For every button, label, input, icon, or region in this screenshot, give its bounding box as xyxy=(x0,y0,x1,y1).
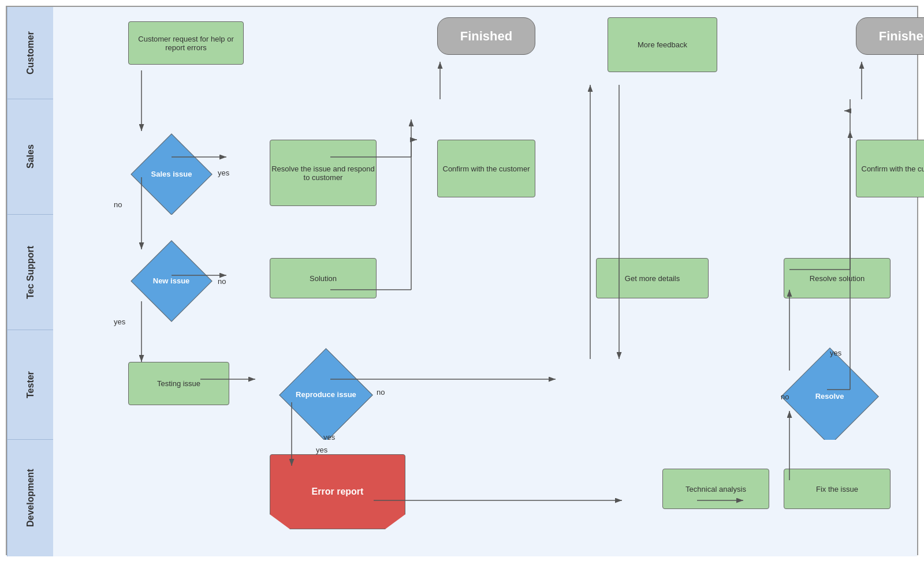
lane-label-sales: Sales xyxy=(7,99,53,214)
lane-sales: Sales Sales issue yes Resolve the issue … xyxy=(7,99,917,215)
lane-label-customer: Customer xyxy=(7,7,53,99)
no-label-resolve: no xyxy=(781,392,789,401)
lane-label-tester: Tester xyxy=(7,330,53,439)
resolve-solution-box: Resolve solution xyxy=(784,258,891,298)
customer-request-box: Customer request for help or report erro… xyxy=(128,21,244,65)
more-feedback-box: More feedback xyxy=(608,17,717,72)
finished2-box: Finished xyxy=(856,17,924,55)
technical-analysis-box: Technical analysis xyxy=(662,469,769,509)
finished1-box: Finished xyxy=(437,17,535,55)
solution-box: Solution xyxy=(270,258,377,298)
yes-label-dev: yes xyxy=(316,446,327,454)
error-report-box: Error report xyxy=(270,454,405,529)
no-label-reproduce: no xyxy=(377,388,385,397)
no-label-sales: no xyxy=(114,200,122,209)
yes-label-new-issue: yes xyxy=(114,317,125,326)
sales-issue-diamond: Sales issue xyxy=(131,133,212,215)
flowchart-diagram: Customer Customer request for help or re… xyxy=(6,6,918,555)
lane-customer: Customer Customer request for help or re… xyxy=(7,7,917,99)
get-more-details-box: Get more details xyxy=(596,258,709,298)
lane-tec-support: Tec Support New issue no Solution yes Ge… xyxy=(7,215,917,330)
confirm1-box: Confirm with the customer xyxy=(437,140,535,197)
lane-development: Development yes Error report Technical a… xyxy=(7,440,917,556)
confirm2-box: Confirm with the customer xyxy=(856,140,924,197)
resolve-issue-box: Resolve the issue and respond to custome… xyxy=(270,140,377,206)
testing-issue-box: Testing issue xyxy=(128,362,229,405)
new-issue-diamond: New issue xyxy=(131,240,212,321)
yes-label-sales: yes xyxy=(218,169,229,177)
lane-label-tec-support: Tec Support xyxy=(7,215,53,330)
lane-tester: Tester Testing issue Reproduce issue no … xyxy=(7,330,917,440)
reproduce-issue-diamond: Reproduce issue xyxy=(279,348,373,442)
lane-label-development: Development xyxy=(7,440,53,556)
resolve-diamond: Resolve xyxy=(781,347,879,446)
no-label-new-issue: no xyxy=(218,277,226,286)
fix-issue-box: Fix the issue xyxy=(784,469,891,509)
yes-label-resolve: yes xyxy=(830,349,841,357)
